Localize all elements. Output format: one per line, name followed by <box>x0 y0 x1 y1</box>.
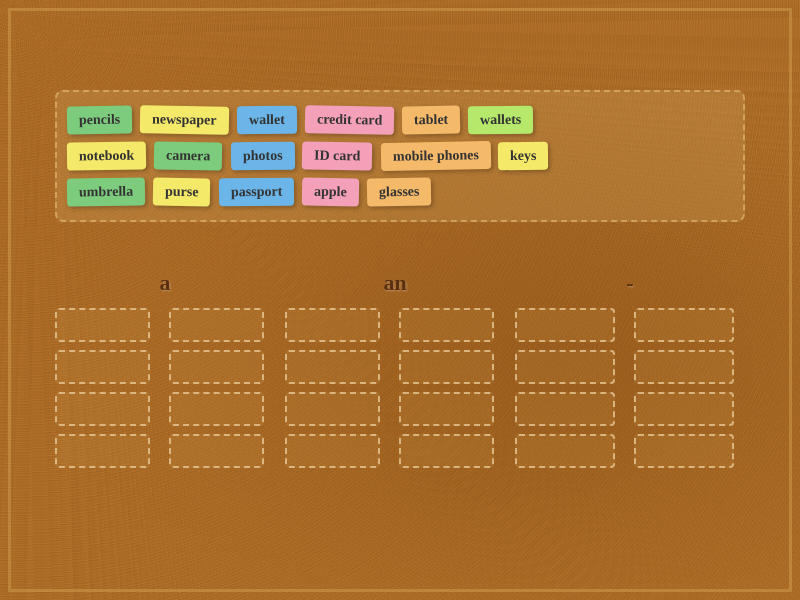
drop-slot-2-6[interactable] <box>515 434 615 468</box>
word-tag-apple[interactable]: apple <box>302 178 359 207</box>
word-bank-row-1: notebookcameraphotosID cardmobile phones… <box>67 142 733 170</box>
word-tag-camera[interactable]: camera <box>154 141 223 170</box>
drop-slot-2-2[interactable] <box>515 350 615 384</box>
drop-slot-0-5[interactable] <box>169 392 264 426</box>
word-bank-row-2: umbrellapursepassportappleglasses <box>67 178 733 206</box>
category-label-1: an <box>383 270 406 296</box>
drop-slot-1-4[interactable] <box>285 392 380 426</box>
word-tag-credit-card[interactable]: credit card <box>304 105 394 135</box>
word-bank: pencilsnewspaperwalletcredit cardtabletw… <box>55 90 745 222</box>
drop-slot-0-2[interactable] <box>55 350 150 384</box>
drop-slot-2-3[interactable] <box>634 350 734 384</box>
category-a: a <box>55 270 275 468</box>
category-label-2: - <box>626 270 633 296</box>
drop-slot-1-2[interactable] <box>285 350 380 384</box>
category-grid-1 <box>285 308 505 468</box>
word-tag-photos[interactable]: photos <box>230 142 294 171</box>
drop-slot-0-7[interactable] <box>169 434 264 468</box>
category-grid-2 <box>515 308 745 468</box>
drop-slot-2-1[interactable] <box>634 308 734 342</box>
category-grid-0 <box>55 308 275 468</box>
categories-container: aan- <box>55 270 745 468</box>
drop-slot-1-7[interactable] <box>399 434 494 468</box>
drop-slot-0-4[interactable] <box>55 392 150 426</box>
drop-slot-2-7[interactable] <box>634 434 734 468</box>
word-tag-purse[interactable]: purse <box>153 178 211 207</box>
drop-slot-2-5[interactable] <box>634 392 734 426</box>
drop-slot-1-1[interactable] <box>399 308 494 342</box>
word-tag-notebook[interactable]: notebook <box>67 141 147 170</box>
drop-slot-2-4[interactable] <box>515 392 615 426</box>
drop-slot-2-0[interactable] <box>515 308 615 342</box>
word-tag-newspaper[interactable]: newspaper <box>140 105 229 135</box>
word-tag-mobile-phones[interactable]: mobile phones <box>380 141 490 171</box>
word-tag-wallets[interactable]: wallets <box>468 106 533 135</box>
word-tag-glasses[interactable]: glasses <box>366 177 431 206</box>
word-tag-ID-card[interactable]: ID card <box>302 141 373 170</box>
drop-slot-0-1[interactable] <box>169 308 264 342</box>
word-tag-wallet[interactable]: wallet <box>237 106 297 135</box>
word-tag-pencils[interactable]: pencils <box>67 105 133 134</box>
category-label-0: a <box>160 270 171 296</box>
category-an: an <box>285 270 505 468</box>
drop-slot-0-3[interactable] <box>169 350 264 384</box>
drop-slot-0-0[interactable] <box>55 308 150 342</box>
word-tag-tablet[interactable]: tablet <box>402 105 461 134</box>
drop-slot-1-0[interactable] <box>285 308 380 342</box>
drop-slot-1-5[interactable] <box>399 392 494 426</box>
drop-slot-1-3[interactable] <box>399 350 494 384</box>
category--: - <box>515 270 745 468</box>
word-tag-keys[interactable]: keys <box>498 142 549 170</box>
word-tag-passport[interactable]: passport <box>219 178 295 207</box>
word-tag-umbrella[interactable]: umbrella <box>67 177 146 206</box>
drop-slot-0-6[interactable] <box>55 434 150 468</box>
word-bank-row-0: pencilsnewspaperwalletcredit cardtabletw… <box>67 106 733 134</box>
drop-slot-1-6[interactable] <box>285 434 380 468</box>
